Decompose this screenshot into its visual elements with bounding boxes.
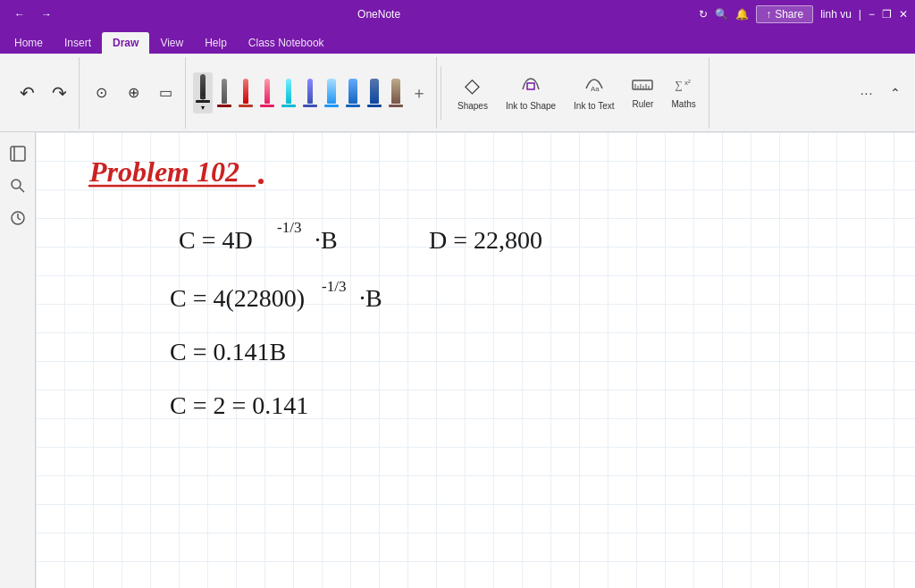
ruler-button[interactable]: Ruler — [625, 63, 660, 123]
undo-redo-group: ↶ ↷ — [7, 57, 80, 129]
sync-icon[interactable]: ↻ — [699, 8, 708, 21]
drawing-tools-group: ◇ Shapes Ink to Shape Aa Ink to Text — [445, 57, 709, 129]
separator: | — [859, 8, 861, 21]
lasso-tool[interactable]: ⊙ — [87, 63, 115, 123]
pen-dark-blue[interactable] — [343, 77, 363, 109]
ribbon: ↶ ↷ ⊙ ⊕ ▭ ▾ — [0, 54, 915, 132]
shapes-button[interactable]: ◇ Shapes — [450, 63, 495, 123]
pen-dark-red[interactable] — [214, 77, 234, 109]
pen-light-blue[interactable] — [322, 77, 341, 109]
notifications-icon[interactable]: 🔔 — [735, 8, 749, 21]
pen-black[interactable]: ▾ — [193, 72, 213, 113]
svg-line-17 — [18, 218, 21, 220]
pen-blue[interactable] — [300, 77, 320, 109]
svg-line-14 — [20, 188, 24, 192]
pen-brown[interactable] — [386, 77, 406, 109]
user-area: ↻ 🔍 🔔 ↑ Share linh vu | − ❐ ✕ — [699, 5, 908, 23]
search-icon[interactable] — [4, 172, 32, 200]
tab-insert[interactable]: Insert — [54, 32, 102, 54]
redo-button[interactable]: ↷ — [45, 63, 73, 123]
pen-red[interactable] — [236, 77, 256, 109]
share-button[interactable]: ↑ Share — [756, 5, 813, 23]
svg-rect-0 — [527, 83, 534, 89]
ink-to-text-button[interactable]: Aa Ink to Text — [567, 63, 621, 123]
pen-pink[interactable] — [257, 77, 277, 109]
more-options-button[interactable]: ··· — [852, 75, 881, 111]
tools-group: ⊙ ⊕ ▭ — [81, 57, 186, 129]
ink-to-shape-button[interactable]: Ink to Shape — [499, 63, 563, 123]
undo-button[interactable]: ↶ — [13, 63, 41, 123]
pen-navy[interactable] — [365, 77, 384, 109]
back-button[interactable]: ← — [7, 2, 32, 27]
tab-view[interactable]: View — [149, 32, 194, 54]
search-icon[interactable]: 🔍 — [715, 8, 728, 21]
svg-text:x²: x² — [684, 79, 691, 87]
svg-rect-11 — [11, 147, 25, 161]
pen-cyan[interactable] — [279, 77, 298, 109]
minimize-button[interactable]: − — [869, 8, 875, 21]
eraser-tool[interactable]: ▭ — [151, 63, 180, 123]
tab-class-notebook[interactable]: Class Notebook — [238, 32, 335, 54]
drawing-canvas[interactable] — [36, 132, 915, 588]
user-name: linh vu — [820, 8, 852, 21]
app-title: OneNote — [59, 8, 699, 21]
nav-arrows: ← → — [7, 2, 59, 27]
notebooks-icon[interactable] — [4, 139, 32, 168]
add-space-tool[interactable]: ⊕ — [119, 63, 147, 123]
restore-button[interactable]: ❐ — [882, 8, 892, 21]
main-canvas[interactable] — [36, 132, 915, 588]
maths-button[interactable]: ∑ x² Maths — [664, 63, 702, 123]
pen-tools-group: ▾ — [188, 57, 437, 129]
left-sidebar — [0, 132, 36, 588]
svg-text:∑: ∑ — [675, 79, 683, 91]
expand-ribbon-button[interactable]: ⌃ — [883, 75, 908, 111]
ribbon-tabs: Home Insert Draw View Help Class Noteboo… — [0, 29, 915, 54]
close-button[interactable]: ✕ — [899, 8, 908, 21]
add-pen-button[interactable]: ＋ — [407, 80, 431, 105]
svg-text:Aa: Aa — [591, 85, 600, 93]
forward-button[interactable]: → — [34, 2, 59, 27]
recent-icon[interactable] — [4, 204, 32, 232]
separator1 — [441, 66, 441, 120]
title-bar: ← → OneNote ↻ 🔍 🔔 ↑ Share linh vu | − ❐ … — [0, 0, 915, 29]
tab-home[interactable]: Home — [4, 32, 54, 54]
tab-draw[interactable]: Draw — [102, 32, 149, 54]
tab-help[interactable]: Help — [194, 32, 238, 54]
svg-point-13 — [12, 180, 21, 189]
